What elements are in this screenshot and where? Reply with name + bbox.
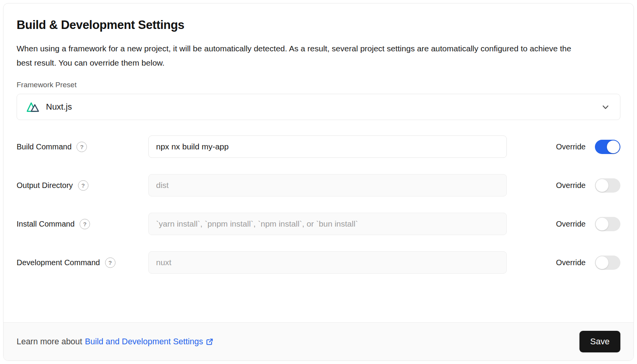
toggle-knob — [596, 256, 608, 269]
output-directory-row: Output Directory ? Override — [17, 174, 620, 196]
page-title: Build & Development Settings — [17, 18, 620, 32]
install-command-override: Override — [507, 217, 620, 231]
docs-link-text: Build and Development Settings — [85, 337, 203, 347]
build-settings-docs-link[interactable]: Build and Development Settings — [85, 337, 214, 347]
override-label: Override — [556, 181, 586, 190]
output-directory-label-group: Output Directory ? — [17, 180, 148, 191]
help-icon[interactable]: ? — [80, 219, 90, 229]
build-command-label-group: Build Command ? — [17, 142, 148, 152]
output-directory-override-toggle[interactable] — [595, 178, 620, 193]
development-command-override-toggle[interactable] — [595, 256, 620, 270]
toggle-knob — [596, 179, 608, 192]
development-command-label: Development Command — [17, 258, 100, 267]
build-command-override-toggle[interactable] — [595, 140, 620, 154]
override-label: Override — [556, 142, 586, 151]
help-icon[interactable]: ? — [105, 257, 116, 268]
install-command-input — [148, 213, 507, 235]
development-command-input — [148, 251, 507, 274]
card-main: Build & Development Settings When using … — [3, 3, 634, 322]
external-link-icon — [206, 338, 214, 346]
chevron-down-icon — [600, 102, 611, 112]
learn-more-prefix: Learn more about — [17, 337, 82, 347]
build-command-input[interactable] — [148, 135, 507, 158]
install-command-label-group: Install Command ? — [17, 219, 148, 229]
build-command-override: Override — [507, 140, 620, 154]
framework-preset-select[interactable]: Nuxt.js — [17, 94, 620, 120]
development-command-override: Override — [507, 256, 620, 270]
card-description: When using a framework for a new project… — [17, 41, 573, 70]
build-command-label: Build Command — [17, 142, 71, 151]
development-command-row: Development Command ? Override — [17, 251, 620, 274]
output-directory-label: Output Directory — [17, 181, 73, 190]
toggle-knob — [596, 218, 608, 230]
help-icon[interactable]: ? — [78, 180, 88, 191]
install-command-override-toggle[interactable] — [595, 217, 620, 231]
card-footer: Learn more about Build and Development S… — [3, 322, 634, 361]
framework-preset-value: Nuxt.js — [26, 102, 72, 112]
save-button[interactable]: Save — [579, 331, 620, 352]
build-command-row: Build Command ? Override — [17, 135, 620, 158]
help-icon[interactable]: ? — [76, 142, 87, 152]
development-command-label-group: Development Command ? — [17, 257, 148, 268]
nuxt-logo-icon — [26, 102, 40, 112]
install-command-row: Install Command ? Override — [17, 213, 620, 235]
settings-rows: Build Command ? Override Output Director… — [17, 135, 620, 274]
output-directory-override: Override — [507, 178, 620, 193]
install-command-label: Install Command — [17, 220, 75, 229]
learn-more-text: Learn more about Build and Development S… — [17, 337, 214, 347]
override-label: Override — [556, 258, 586, 267]
framework-preset-label: Framework Preset — [17, 81, 620, 89]
output-directory-input — [148, 174, 507, 196]
build-settings-card: Build & Development Settings When using … — [3, 3, 634, 361]
toggle-knob — [607, 141, 620, 153]
framework-preset-selected-text: Nuxt.js — [46, 102, 72, 112]
override-label: Override — [556, 220, 586, 229]
